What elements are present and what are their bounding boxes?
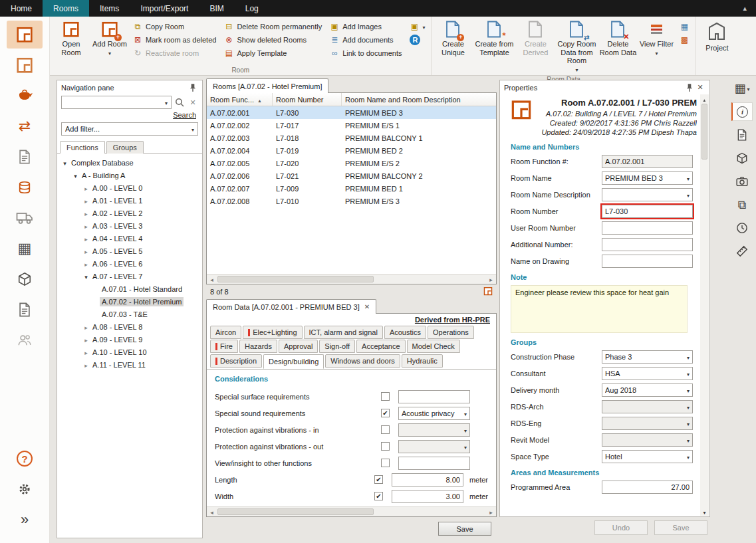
menu-tab-rooms[interactable]: Rooms bbox=[43, 0, 89, 17]
tab-aircon[interactable]: Aircon bbox=[210, 326, 241, 339]
sidebar-item-documents[interactable] bbox=[7, 143, 43, 171]
room-data-grid-tool-button[interactable] bbox=[677, 21, 692, 33]
tab-hazards[interactable]: Hazards bbox=[239, 340, 277, 353]
copy-room-data-button[interactable]: Copy Room Data from Room bbox=[555, 18, 598, 76]
room-function-input[interactable] bbox=[602, 155, 693, 168]
reactivate-room-button[interactable]: Reactivate room bbox=[130, 47, 219, 59]
scroll-left-icon[interactable] bbox=[207, 508, 217, 516]
table-row[interactable]: A.07.02.008L7-010PREMIUM E/S 3 bbox=[207, 195, 496, 207]
tab-approval[interactable]: Approval bbox=[279, 340, 318, 353]
add-images-button[interactable]: Add Images bbox=[327, 21, 404, 33]
tab-description[interactable]: Description bbox=[210, 354, 262, 368]
tab-sign-off[interactable]: Sign-off bbox=[319, 340, 355, 353]
scrollbar-thumb[interactable] bbox=[217, 276, 374, 282]
table-row[interactable]: A.07.02.001L7-030PREMIUM BED 3 bbox=[207, 106, 496, 119]
show-deleted-rooms-button[interactable]: Show deleted Rooms bbox=[221, 34, 324, 46]
tree-item[interactable]: A.00 - LEVEL 0 bbox=[57, 181, 202, 194]
special-sound-select[interactable]: Acoustic privacy bbox=[398, 407, 470, 420]
table-row[interactable]: A.07.02.004L7-019PREMIUM BED 2 bbox=[207, 144, 496, 157]
add-documents-button[interactable]: Add documents bbox=[327, 34, 404, 46]
tree-item[interactable]: A.07.01 - Hotel Standard bbox=[57, 282, 202, 295]
tree-item-selected[interactable]: A.07.02 - Hotel Premium bbox=[57, 295, 202, 308]
tab-fire[interactable]: Fire bbox=[210, 340, 238, 353]
scroll-right-icon[interactable] bbox=[486, 508, 496, 516]
note-textarea[interactable]: Engineer please review this space for he… bbox=[511, 285, 688, 333]
vibrations-in-checkbox[interactable] bbox=[381, 425, 390, 434]
horizontal-scrollbar[interactable] bbox=[207, 506, 496, 516]
tree-item[interactable]: A.09 - LEVEL 9 bbox=[57, 333, 202, 346]
scroll-down-icon[interactable] bbox=[703, 508, 705, 516]
floorplan-icon[interactable] bbox=[483, 286, 493, 297]
consultant-select[interactable]: HSA bbox=[602, 367, 693, 380]
table-row[interactable]: A.07.02.002L7-017PREMIUM E/S 1 bbox=[207, 119, 496, 132]
width-input[interactable] bbox=[392, 490, 463, 503]
menu-tab-items[interactable]: Items bbox=[89, 0, 130, 17]
tab-functions[interactable]: Functions bbox=[60, 141, 105, 154]
delivery-month-select[interactable]: Aug 2018 bbox=[602, 383, 693, 397]
name-on-drawing-input[interactable] bbox=[602, 255, 693, 268]
tree-item[interactable]: A - Building A bbox=[57, 169, 202, 181]
room-name-description-select[interactable] bbox=[602, 188, 693, 201]
delete-room-permanently-button[interactable]: Delete Room permanently bbox=[221, 21, 324, 33]
copy-room-button[interactable]: Copy Room bbox=[130, 21, 219, 33]
space-type-select[interactable]: Hotel bbox=[602, 450, 693, 463]
sidebar-item-rooms[interactable] bbox=[7, 21, 43, 49]
view-insight-input[interactable] bbox=[398, 457, 470, 470]
pin-icon[interactable] bbox=[188, 82, 198, 93]
menu-tab-import-export[interactable]: Import/Export bbox=[130, 0, 199, 17]
special-surface-checkbox[interactable] bbox=[381, 392, 390, 401]
add-filter-dropdown[interactable]: Add filter... bbox=[61, 122, 198, 136]
tab-windows-doors[interactable]: Windows and doors bbox=[325, 354, 400, 368]
programmed-area-input[interactable] bbox=[602, 481, 693, 494]
scrollbar-thumb[interactable] bbox=[701, 104, 707, 160]
construction-phase-select[interactable]: Phase 3 bbox=[602, 350, 693, 364]
tree-item[interactable]: A.07.03 - T&E bbox=[57, 308, 202, 320]
tab-hydraulic[interactable]: Hydraulic bbox=[402, 354, 443, 368]
project-button[interactable]: Project bbox=[697, 18, 736, 62]
tab-elec-lighting[interactable]: Elec+Lighting bbox=[243, 326, 302, 339]
create-unique-button[interactable]: Create Unique bbox=[434, 18, 472, 62]
history-button[interactable] bbox=[731, 219, 753, 237]
sidebar-item-logistics[interactable] bbox=[7, 204, 43, 232]
copy-room-data-dropdown-icon[interactable] bbox=[575, 65, 578, 74]
additional-number-input[interactable] bbox=[602, 238, 693, 251]
search-input[interactable] bbox=[61, 96, 172, 109]
image-options-button[interactable] bbox=[407, 21, 428, 33]
sidebar-item-items[interactable] bbox=[7, 82, 43, 110]
vertical-scrollbar[interactable] bbox=[700, 94, 709, 516]
table-row[interactable]: A.07.02.006L7-021PREMIUM BALCONY 2 bbox=[207, 169, 496, 182]
column-header-room-number[interactable]: Room Number bbox=[273, 93, 342, 106]
rds-arch-select[interactable] bbox=[602, 400, 693, 413]
tree-item[interactable]: A.07 - LEVEL 7 bbox=[57, 270, 202, 282]
room-data-document-tab[interactable]: Room Data [A.07.02.001 - PREMIUM BED 3] bbox=[206, 299, 376, 314]
report-badge-button[interactable]: R bbox=[407, 34, 428, 46]
vibrations-in-select[interactable] bbox=[398, 423, 470, 437]
properties-save-button[interactable]: Save bbox=[654, 520, 707, 535]
layout-grid-button[interactable] bbox=[731, 79, 753, 98]
room-number-input[interactable] bbox=[602, 205, 693, 218]
close-icon[interactable] bbox=[695, 82, 705, 93]
sidebar-expand-button[interactable] bbox=[7, 506, 43, 534]
tab-design-building[interactable]: Design/building bbox=[263, 354, 324, 369]
view-filter-button[interactable]: View Filter bbox=[637, 18, 676, 62]
pin-icon[interactable] bbox=[684, 82, 695, 93]
room-data-export-tool-button[interactable] bbox=[677, 34, 692, 46]
close-icon[interactable] bbox=[364, 303, 370, 310]
table-row[interactable]: A.07.02.003L7-018PREMIUM BALCONY 1 bbox=[207, 132, 496, 144]
special-sound-checkbox[interactable]: ✔ bbox=[381, 409, 390, 417]
clear-search-icon[interactable] bbox=[188, 97, 198, 108]
view-filter-dropdown-icon[interactable] bbox=[655, 49, 658, 57]
tree-item[interactable]: A.06 - LEVEL 6 bbox=[57, 257, 202, 270]
info-button[interactable] bbox=[731, 102, 753, 121]
user-room-number-input[interactable] bbox=[602, 221, 693, 235]
help-button[interactable] bbox=[7, 445, 43, 473]
horizontal-scrollbar[interactable] bbox=[207, 274, 496, 284]
tree-item[interactable]: A.10 - LEVEL 10 bbox=[57, 346, 202, 358]
scrollbar-thumb[interactable] bbox=[217, 508, 374, 515]
data-sheet-button[interactable] bbox=[731, 126, 753, 144]
delete-room-data-button[interactable]: Delete Room Data bbox=[598, 18, 637, 62]
tree-item[interactable]: A.01 - LEVEL 1 bbox=[57, 194, 202, 207]
mark-room-deleted-button[interactable]: Mark room as deleted bbox=[130, 34, 219, 46]
vibrations-out-select[interactable] bbox=[398, 440, 470, 453]
add-room-dropdown-icon[interactable] bbox=[108, 49, 111, 57]
